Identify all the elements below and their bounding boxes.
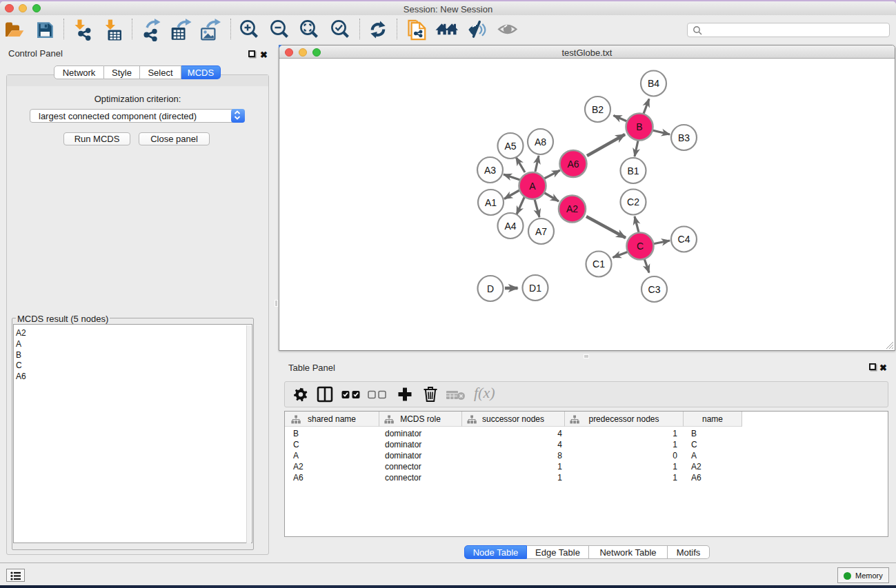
svg-text:B4: B4 xyxy=(648,78,659,89)
svg-text:A2: A2 xyxy=(566,203,578,214)
svg-text:C4: C4 xyxy=(678,234,690,245)
svg-text:B1: B1 xyxy=(627,165,639,176)
svg-text:A7: A7 xyxy=(535,226,547,237)
svg-text:A6: A6 xyxy=(567,159,579,170)
svg-text:C3: C3 xyxy=(648,284,661,295)
svg-text:D: D xyxy=(487,283,494,294)
svg-text:A8: A8 xyxy=(535,136,546,148)
svg-text:A: A xyxy=(529,181,536,192)
svg-text:B: B xyxy=(636,121,642,132)
svg-text:A1: A1 xyxy=(485,197,497,208)
svg-text:C: C xyxy=(637,241,644,252)
svg-text:A5: A5 xyxy=(504,141,516,152)
svg-text:A3: A3 xyxy=(484,165,496,176)
svg-text:A4: A4 xyxy=(504,221,516,232)
svg-text:C2: C2 xyxy=(627,196,639,207)
svg-text:B3: B3 xyxy=(678,132,690,143)
svg-text:D1: D1 xyxy=(529,283,541,294)
svg-text:C1: C1 xyxy=(593,258,605,270)
svg-text:B2: B2 xyxy=(592,104,604,115)
